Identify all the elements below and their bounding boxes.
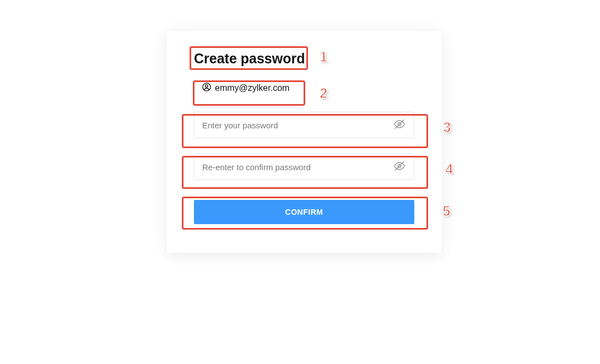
confirm-password-input[interactable] [194,154,414,180]
svg-point-1 [206,85,208,88]
password-input[interactable] [194,112,414,138]
email-text: emmy@zylker.com [215,83,289,93]
eye-off-icon [393,160,406,174]
password-field-wrapper [194,112,414,138]
confirm-password-field-wrapper [194,154,414,180]
toggle-confirm-password-visibility[interactable] [390,157,409,177]
annotation-number-3: 3 [443,119,451,136]
email-display: emmy@zylker.com [202,82,289,94]
eye-off-icon [393,118,406,132]
confirm-button[interactable]: CONFIRM [194,200,414,224]
user-icon [202,82,212,94]
toggle-password-visibility[interactable] [390,115,409,135]
annotation-number-5: 5 [442,203,450,220]
annotation-number-4: 4 [445,161,453,178]
page-title: Create password [194,51,414,67]
create-password-card: Create password emmy@zylker.com [166,31,442,253]
